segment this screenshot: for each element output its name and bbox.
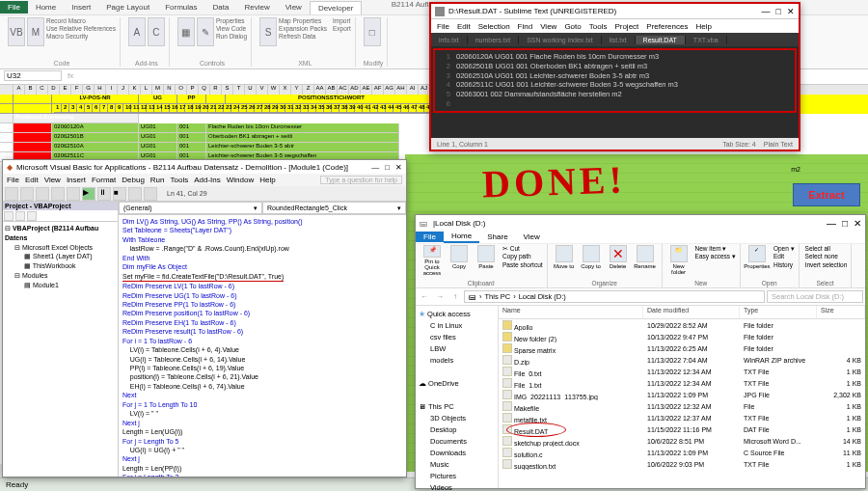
onedrive[interactable]: ☁ OneDrive [419,378,495,390]
tab-file[interactable]: File [0,1,28,14]
vba-titlebar[interactable]: ◆ Microsoft Visual Basic for Application… [3,160,406,174]
nav-item[interactable]: models [419,355,495,367]
record-macro-button[interactable]: Record Macro [46,17,116,25]
menu-edit[interactable]: Edit [25,176,39,184]
source-button[interactable]: S [259,17,277,46]
sublime-tab[interactable]: SSN working index.txt [519,36,601,44]
col-name[interactable]: Name [499,306,643,318]
maximize-icon[interactable]: □ [842,218,848,229]
toolbar-button[interactable] [67,187,80,201]
nav-item[interactable]: Documents [419,436,495,448]
select-all-button[interactable]: Select all [805,245,848,253]
sublime-tab[interactable]: list.txt [602,36,636,44]
object-dropdown[interactable]: (General)▾ [119,202,262,214]
menu-format[interactable]: Format [92,176,116,184]
menu-goto[interactable]: Goto [564,22,581,31]
macros-button[interactable]: M [27,17,44,46]
tree-root[interactable]: ⊟ VBAProject (B2114 Aufbau Datens [5,224,116,243]
menu-preferences[interactable]: Preferences [646,22,688,31]
procedure-dropdown[interactable]: RoundedRectangle5_Click▾ [262,202,406,214]
sublime-tab[interactable]: numbers.txt [468,36,520,44]
pin-quick-access-button[interactable]: 📌Pin to Quick access [420,245,445,276]
copy-button[interactable]: Copy [447,245,472,276]
move-to-button[interactable]: Move to [552,245,577,276]
menu-add-ins[interactable]: Add-Ins [194,176,221,184]
vba-code-editor[interactable]: Dim LV() As String, UG() As String, PP()… [119,215,406,477]
minimize-icon[interactable]: — [827,218,836,229]
file-row[interactable]: Result.DAT 11/15/2022 11:16 PM DAT File … [499,423,865,435]
tree-sheet[interactable]: ▦ Sheet1 (Layer DAT) [5,252,116,261]
com-addins-button[interactable]: C [148,17,165,46]
open-button[interactable]: Open ▾ [773,245,795,253]
maximize-icon[interactable]: □ [385,163,390,172]
tab-formulas[interactable]: Formulas [157,1,204,14]
project-tree[interactable]: ⊟ VBAProject (B2114 Aufbau Datens ⊟ Micr… [3,222,118,292]
vba-help-search[interactable]: Type a question for help [320,176,402,184]
file-row[interactable]: IMG_20221113_113755.jpg 11/13/2022 1:09 … [499,389,865,400]
explorer-tab-share[interactable]: Share [479,232,515,242]
history-button[interactable]: History [773,261,795,269]
menu-view[interactable]: View [44,176,61,184]
new-folder-button[interactable]: 📁New folder [666,245,692,276]
macro-security-button[interactable]: Macro Security [46,33,116,41]
nav-pane[interactable]: Quick access C in Linuxcsv filesLBWmodel… [416,306,499,488]
tree-modules[interactable]: ⊟ Modules [5,271,116,281]
toolbar-run-button[interactable]: ▶ [82,187,95,201]
toolbar-button[interactable] [128,187,142,201]
name-box[interactable]: U32 [4,70,62,81]
insert-control-button[interactable]: ▦ [177,17,195,46]
nav-item[interactable]: Downloads [419,448,495,459]
easy-access-button[interactable]: Easy access ▾ [695,253,736,260]
this-pc[interactable]: 🖥 This PC [419,401,495,413]
explorer-tab-view[interactable]: View [516,232,548,242]
import-button[interactable]: Import [333,17,351,25]
copy-path-button[interactable]: Copy path [502,253,543,260]
explorer-tab-home[interactable]: Home [444,231,479,243]
properties-button[interactable]: Properties [216,17,247,25]
file-row[interactable]: suggestion.txt 10/6/2022 9:03 PM TXT Fil… [499,458,865,470]
relative-refs-button[interactable]: Use Relative References [46,25,116,33]
path-segment[interactable]: Local Disk (D:) [519,292,566,301]
paste-button[interactable]: Paste [474,245,499,276]
toolbar-button[interactable] [20,187,34,201]
invert-selection-button[interactable]: Invert selection [805,261,848,269]
properties-button[interactable]: ✓Properties [745,245,770,276]
toolbar-button[interactable] [51,187,65,201]
menu-tools[interactable]: Tools [589,22,608,31]
nav-item[interactable]: C in Linux [419,320,495,332]
nav-item[interactable]: Pictures [419,471,495,482]
explorer-tab-file[interactable]: File [416,232,444,242]
file-row[interactable]: Makefile 11/13/2022 12:32 AM File 1 KB [499,400,865,412]
tab-home[interactable]: Home [28,1,64,14]
view-code-button[interactable]: View Code [216,25,247,33]
menu-file[interactable]: File [437,22,449,31]
rename-button[interactable]: Rename [633,245,658,276]
menu-selection[interactable]: Selection [478,22,510,31]
tab-insert[interactable]: Insert [64,1,98,14]
quick-access[interactable]: Quick access [419,309,495,320]
toolbar-stop-button[interactable]: ■ [113,187,126,201]
menu-find[interactable]: Find [518,22,533,31]
paste-shortcut-button[interactable]: Paste shortcut [502,261,543,269]
toolbar-button[interactable] [144,187,157,201]
tree-module1[interactable]: ▤ Module1 [5,281,116,290]
menu-help[interactable]: Help [695,22,711,31]
sublime-syntax[interactable]: Plain Text [764,141,793,148]
file-row[interactable]: New folder (2) 10/13/2022 9:47 PM File f… [499,331,865,342]
file-row[interactable]: sketchup project.docx 10/6/2022 8:51 PM … [499,435,865,447]
tree-workbook[interactable]: ▦ ThisWorkbook [5,261,116,271]
export-button[interactable]: Export [333,25,351,33]
sublime-tab[interactable]: info.txt [431,36,468,44]
sublime-titlebar[interactable]: D:\Result.DAT - Sublime Text (UNREGISTER… [431,4,799,19]
menu-file[interactable]: File [7,176,19,184]
refresh-data-button[interactable]: Refresh Data [279,33,327,41]
file-row[interactable]: Apollo 10/29/2022 8:52 AM File folder [499,319,865,331]
tab-review[interactable]: Review [236,1,277,14]
menu-tools[interactable]: Tools [171,176,189,184]
explorer-titlebar[interactable]: 🖴 | Local Disk (D:) — □ ✕ [416,215,865,231]
select-none-button[interactable]: Select none [805,253,848,260]
file-row[interactable]: solution.c 11/13/2022 1:09 PM C Source F… [499,447,865,458]
nav-item[interactable]: Music [419,459,495,471]
nav-item[interactable]: csv files [419,332,495,343]
toolbar-button[interactable] [5,187,18,201]
